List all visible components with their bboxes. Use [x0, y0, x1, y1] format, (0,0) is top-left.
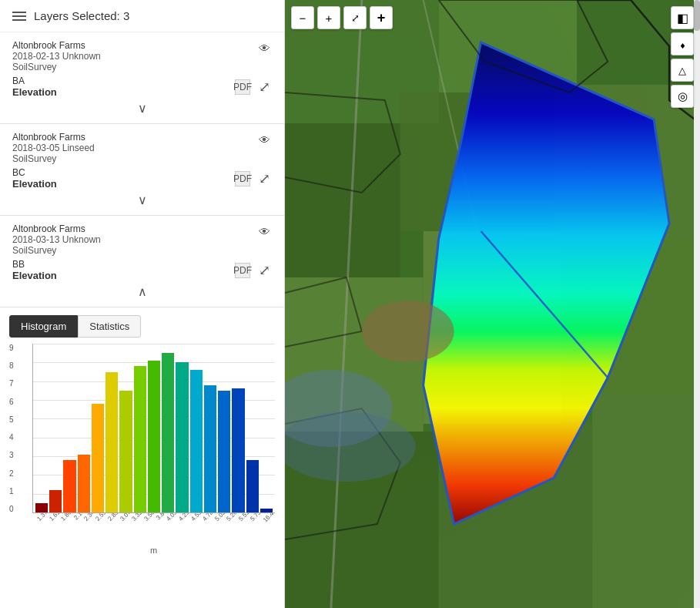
scroll-bar: [694, 0, 700, 608]
bar-2[interactable]: [63, 460, 75, 512]
bar-8[interactable]: [148, 361, 160, 512]
map-field-overlay: [285, 0, 700, 608]
bar-5[interactable]: [106, 372, 118, 513]
zoom-in-button[interactable]: +: [317, 6, 340, 29]
y-label-5: 5: [9, 415, 14, 424]
y-label-9: 9: [9, 344, 14, 352]
field-id-2: BC: [12, 167, 57, 178]
layer-stack-button[interactable]: ⬧: [671, 32, 694, 55]
elevation-button[interactable]: △: [671, 59, 694, 82]
farm-name-1: Altonbrook Farms: [12, 40, 101, 51]
farm-name-2: Altonbrook Farms: [12, 132, 95, 143]
bar-3[interactable]: [78, 455, 90, 512]
pdf-icon-3[interactable]: PDF: [235, 263, 250, 278]
chevron-down-icon-2[interactable]: ∨: [138, 193, 147, 207]
add-button[interactable]: +: [370, 6, 393, 29]
chart-tabs: Histogram Statistics: [0, 307, 284, 338]
expand-icon-3[interactable]: ⤢: [256, 263, 272, 278]
layer-item-1: Altonbrook Farms 2018-02-13 Unknown Soil…: [0, 32, 284, 124]
map-panel: − + ⤢ + ◧ ⬧ △ ◎: [285, 0, 700, 608]
histogram-tab[interactable]: Histogram: [9, 315, 78, 338]
left-panel: Layers Selected: 3 Altonbrook Farms 2018…: [0, 0, 285, 608]
layer-item-3: Altonbrook Farms 2018-03-13 Unknown Soil…: [0, 216, 284, 307]
bar-14[interactable]: [232, 388, 244, 512]
layer-date-3: 2018-03-13 Unknown: [12, 234, 101, 245]
visibility-icon-2[interactable]: 👁: [256, 132, 272, 147]
bar-10[interactable]: [176, 362, 188, 512]
statistics-tab[interactable]: Statistics: [78, 315, 141, 338]
y-label-6: 6: [9, 398, 14, 406]
layer-label-2: Elevation: [12, 178, 57, 190]
y-label-4: 4: [9, 433, 14, 442]
panel-header: Layers Selected: 3: [0, 0, 284, 32]
pdf-icon-1[interactable]: PDF: [235, 79, 250, 95]
location-button[interactable]: ◎: [671, 85, 694, 108]
svg-rect-12: [592, 393, 700, 608]
chevron-down-icon-1[interactable]: ∨: [138, 101, 147, 116]
layer-date-1: 2018-02-13 Unknown: [12, 51, 101, 62]
fullscreen-button[interactable]: ⤢: [343, 6, 367, 29]
bar-1[interactable]: [49, 490, 62, 512]
layer-label-1: Elevation: [12, 86, 57, 98]
bar-9[interactable]: [162, 353, 174, 512]
y-label-8: 8: [9, 361, 14, 370]
map-controls-top: − + ⤢ +: [291, 6, 393, 29]
map-controls-right: ◧ ⬧ △ ◎: [671, 6, 694, 108]
expand-icon-2[interactable]: ⤢: [256, 171, 272, 186]
bar-13[interactable]: [218, 391, 230, 512]
chevron-up-icon-3[interactable]: ∧: [138, 284, 147, 299]
farm-name-3: Altonbrook Farms: [12, 223, 101, 234]
bar-0[interactable]: [35, 503, 48, 512]
menu-icon[interactable]: [12, 12, 26, 21]
scroll-thumb[interactable]: [694, 0, 700, 31]
bar-12[interactable]: [204, 385, 216, 512]
layer-survey-3: SoilSurvey: [12, 245, 101, 256]
panel-title: Layers Selected: 3: [34, 9, 129, 22]
histogram-area: 0 1 2 3 4 5 6 7 8 9 1.371.611.862.12.342…: [0, 338, 284, 608]
bar-15[interactable]: [246, 460, 259, 512]
bar-4[interactable]: [92, 404, 104, 512]
svg-point-20: [362, 301, 454, 362]
x-axis-labels: 1.371.611.862.12.342.592.833.073.323.563…: [32, 513, 275, 542]
x-axis-unit: m: [32, 546, 275, 558]
layer-survey-2: SoilSurvey: [12, 153, 95, 164]
bar-11[interactable]: [190, 370, 203, 512]
histogram-chart: [32, 344, 275, 513]
y-label-1: 1: [9, 487, 14, 495]
visibility-icon-3[interactable]: 👁: [256, 223, 272, 239]
layer-date-2: 2018-03-05 Linseed: [12, 143, 95, 153]
layer-survey-1: SoilSurvey: [12, 62, 101, 72]
layers-button[interactable]: ◧: [671, 6, 694, 29]
y-label-3: 3: [9, 451, 14, 459]
expand-icon-1[interactable]: ⤢: [256, 79, 272, 95]
layer-item-2: Altonbrook Farms 2018-03-05 Linseed Soil…: [0, 124, 284, 216]
bar-16[interactable]: [260, 509, 273, 512]
bar-6[interactable]: [119, 391, 132, 512]
field-id-3: BB: [12, 259, 57, 270]
bar-7[interactable]: [134, 366, 146, 512]
field-id-1: BA: [12, 76, 57, 86]
pdf-icon-2[interactable]: PDF: [235, 171, 250, 186]
svg-rect-4: [285, 123, 400, 277]
visibility-icon-1[interactable]: 👁: [256, 40, 272, 55]
y-label-0: 0: [9, 505, 14, 513]
zoom-out-button[interactable]: −: [291, 6, 314, 29]
y-label-2: 2: [9, 469, 14, 478]
layer-label-3: Elevation: [12, 270, 57, 281]
y-label-7: 7: [9, 379, 14, 388]
